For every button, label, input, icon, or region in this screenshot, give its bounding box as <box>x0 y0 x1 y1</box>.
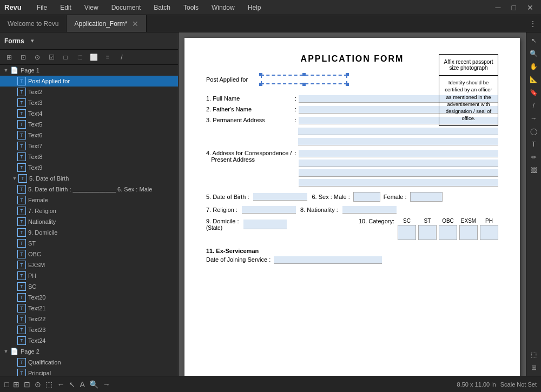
menu-help[interactable]: Help <box>246 3 263 12</box>
status-text-icon[interactable]: A <box>80 380 84 389</box>
page2-expand-icon[interactable]: ▼ <box>2 349 10 354</box>
correspondence-field4[interactable] <box>299 179 498 187</box>
handle-tm[interactable] <box>302 73 306 76</box>
tree-text8[interactable]: T Text8 <box>0 151 178 162</box>
sex-male-field[interactable] <box>353 192 380 202</box>
maximize-button[interactable]: □ <box>509 3 519 12</box>
tree-text23[interactable]: T Text23 <box>0 324 178 335</box>
status-cont-icon[interactable]: ⊙ <box>35 380 41 389</box>
tree-st[interactable]: T ST <box>0 238 178 249</box>
cat-ph-field[interactable] <box>480 225 498 240</box>
tab-overflow-icon[interactable]: ⋮ <box>529 19 537 28</box>
tab-form[interactable]: Application_Form* ✕ <box>67 15 146 32</box>
panel-dropdown-icon[interactable]: ▾ <box>31 37 34 44</box>
rt-select-icon[interactable]: ⬚ <box>528 349 540 361</box>
tree-principal[interactable]: T Principal <box>0 368 178 376</box>
handle-tr[interactable] <box>346 73 349 76</box>
menu-view[interactable]: View <box>82 3 101 12</box>
dob-expand-icon[interactable]: ▼ <box>11 176 18 181</box>
cat-sc-field[interactable] <box>398 225 416 240</box>
rt-measure-icon[interactable]: 📐 <box>528 74 540 85</box>
correspondence-field2[interactable] <box>299 160 498 167</box>
page1-expand-icon[interactable]: ▼ <box>2 68 10 73</box>
tree-qualification[interactable]: T Qualification <box>0 357 178 368</box>
tree-sc[interactable]: T SC <box>0 281 178 292</box>
address-line2[interactable] <box>298 128 498 135</box>
tree-religion[interactable]: T 7. Religion <box>0 205 178 216</box>
rt-stamp-icon[interactable]: 🔖 <box>528 87 540 98</box>
status-nav-left[interactable]: ← <box>57 380 64 389</box>
menu-file[interactable]: File <box>35 3 49 12</box>
cat-obc-field[interactable] <box>439 225 457 240</box>
tree-obc[interactable]: T OBC <box>0 249 178 260</box>
tree-text5[interactable]: T Text5 <box>0 119 178 130</box>
checkbox-icon[interactable]: ☑ <box>45 51 57 63</box>
status-cursor-icon[interactable]: ↖ <box>69 380 75 389</box>
tree-text24[interactable]: T Text24 <box>0 335 178 346</box>
domicile-field[interactable] <box>243 220 287 229</box>
tree-text22[interactable]: T Text22 <box>0 314 178 324</box>
correspondence-field1[interactable] <box>299 150 498 157</box>
form-grid-icon[interactable]: ⊡ <box>17 51 29 63</box>
cat-exsm-field[interactable] <box>459 225 478 240</box>
menu-window[interactable]: Window <box>209 3 237 12</box>
joining-field[interactable] <box>274 256 382 264</box>
tree-female[interactable]: T Female <box>0 195 178 205</box>
rt-highlight-icon[interactable]: ✏ <box>528 151 540 163</box>
status-layout-icon[interactable]: □ <box>4 380 9 389</box>
minimize-button[interactable]: ─ <box>492 3 504 12</box>
correspondence-field3[interactable] <box>299 169 498 177</box>
tree-page2-row[interactable]: ▼ 📄 Page 2 <box>0 346 178 357</box>
tab-welcome[interactable]: Welcome to Revu <box>0 15 67 32</box>
dob-field[interactable] <box>253 193 307 201</box>
radio-icon[interactable]: ⊙ <box>31 51 43 63</box>
rt-grid-icon[interactable]: ⊞ <box>528 362 540 374</box>
rt-image-icon[interactable]: 🖼 <box>528 164 540 176</box>
rt-zoom-icon[interactable]: 🔍 <box>528 48 540 59</box>
handle-tl[interactable] <box>259 73 262 76</box>
tree-post-applied[interactable]: T Post Applied for <box>0 76 178 87</box>
tree-dob-group[interactable]: ▼ T 5. Date of Birth <box>0 173 178 184</box>
menu-document[interactable]: Document <box>109 3 143 12</box>
menu-batch[interactable]: Batch <box>151 3 173 12</box>
tree-page1-row[interactable]: ▼ 📄 Page 1 <box>0 65 178 76</box>
tree-text9[interactable]: T Text9 <box>0 162 178 173</box>
cat-st-field[interactable] <box>418 225 437 240</box>
tree-text2[interactable]: T Text2 <box>0 87 178 97</box>
status-single-icon[interactable]: ⊡ <box>24 380 30 389</box>
handle-bm[interactable] <box>302 83 306 86</box>
menu-tools[interactable]: Tools <box>181 3 201 12</box>
handle-bl[interactable] <box>259 83 262 86</box>
layout-icon[interactable]: ⬜ <box>88 51 100 63</box>
menu-edit[interactable]: Edit <box>58 3 74 12</box>
status-fit-icon[interactable]: ⬚ <box>45 380 52 389</box>
religion-field[interactable] <box>242 206 296 214</box>
text-icon[interactable]: ≡ <box>102 51 114 63</box>
tree-ph[interactable]: T PH <box>0 270 178 281</box>
rt-pointer-icon[interactable]: ↖ <box>528 35 540 46</box>
rt-text-icon[interactable]: T <box>528 138 540 150</box>
table-icon[interactable]: ⬚ <box>74 51 85 63</box>
rt-line-icon[interactable]: / <box>528 99 540 111</box>
status-nav-right[interactable]: → <box>103 380 110 389</box>
tree-dob-field[interactable]: T 5. Date of Birth : _____________ 6. Se… <box>0 184 178 195</box>
tree-nationality[interactable]: T Nationality <box>0 216 178 227</box>
status-grid-icon[interactable]: ⊞ <box>13 380 19 389</box>
rt-shape-icon[interactable]: ◯ <box>528 125 540 137</box>
close-button[interactable]: ✕ <box>524 3 537 12</box>
sex-female-field[interactable] <box>410 192 443 202</box>
handle-br[interactable] <box>346 83 349 86</box>
tree-text6[interactable]: T Text6 <box>0 130 178 141</box>
rt-pan-icon[interactable]: ✋ <box>528 61 540 72</box>
address-line3[interactable] <box>298 138 498 145</box>
tree-text3[interactable]: T Text3 <box>0 97 178 108</box>
tab-close-icon[interactable]: ✕ <box>132 19 138 28</box>
new-form-icon[interactable]: ⊞ <box>3 51 15 63</box>
nationality-field[interactable] <box>342 206 397 214</box>
tree-text7[interactable]: T Text7 <box>0 141 178 151</box>
tree-domicile[interactable]: T 9. Domicile <box>0 227 178 238</box>
rt-arrow-icon[interactable]: → <box>528 112 540 124</box>
list-icon[interactable]: □ <box>60 51 71 63</box>
signature-icon[interactable]: / <box>116 51 128 63</box>
tree-text4[interactable]: T Text4 <box>0 108 178 119</box>
